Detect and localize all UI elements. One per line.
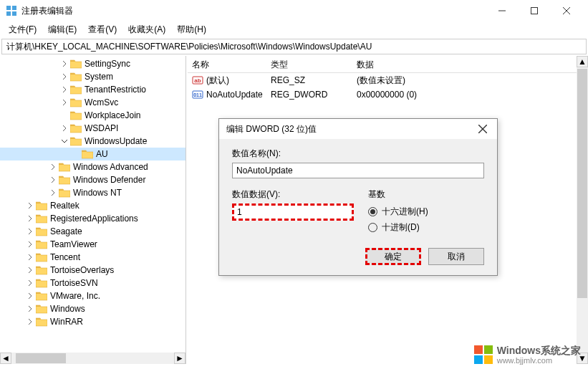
- menu-favorites[interactable]: 收藏夹(A): [122, 22, 171, 37]
- tree-item[interactable]: SettingSync: [0, 57, 185, 70]
- scroll-right-icon[interactable]: ►: [174, 353, 185, 364]
- tree-item[interactable]: WorkplaceJoin: [0, 109, 185, 122]
- tree-item[interactable]: Realtek: [0, 199, 185, 212]
- address-bar[interactable]: 计算机\HKEY_LOCAL_MACHINE\SOFTWARE\Policies…: [1, 39, 587, 54]
- chevron-icon[interactable]: [60, 111, 69, 120]
- folder-icon: [36, 201, 47, 211]
- chevron-icon[interactable]: [72, 150, 80, 158]
- name-input[interactable]: [232, 163, 484, 178]
- tree-label: TeamViewer: [50, 239, 97, 249]
- tree-item[interactable]: Tencent: [0, 251, 185, 264]
- menu-help[interactable]: 帮助(H): [171, 22, 212, 37]
- chevron-icon[interactable]: [60, 59, 69, 68]
- chevron-icon[interactable]: [60, 98, 69, 107]
- chevron-icon[interactable]: [26, 279, 34, 287]
- dialog-title: 编辑 DWORD (32 位)值: [226, 123, 476, 135]
- tree-label: WorkplaceJoin: [85, 110, 140, 120]
- tree-item[interactable]: WcmSvc: [0, 96, 185, 109]
- svg-rect-5: [531, 8, 537, 14]
- tree-item[interactable]: WindowsUpdate: [0, 135, 185, 148]
- tree-item[interactable]: System: [0, 70, 185, 83]
- cancel-button[interactable]: 取消: [428, 248, 484, 265]
- tree-item[interactable]: TortoiseOverlays: [0, 264, 185, 277]
- list-row[interactable]: 011NoAutoUpdateREG_DWORD0x00000000 (0): [188, 87, 587, 102]
- tree-item[interactable]: Windows Advanced: [0, 160, 185, 173]
- cell-data: 0x00000000 (0): [354, 90, 585, 100]
- radio-hex[interactable]: 十六进制(H): [368, 203, 484, 219]
- tree-item[interactable]: Windows: [0, 302, 185, 315]
- svg-rect-14: [474, 345, 483, 354]
- folder-icon: [36, 278, 47, 288]
- tree-item[interactable]: WSDAPI: [0, 122, 185, 135]
- chevron-icon[interactable]: [60, 85, 69, 94]
- radio-dec-label: 十进制(D): [382, 221, 420, 234]
- cell-type: REG_DWORD: [268, 90, 354, 100]
- reg-dword-icon: 011: [192, 89, 203, 100]
- folder-icon: [59, 162, 70, 172]
- tree-item[interactable]: TenantRestrictio: [0, 83, 185, 96]
- minimize-button[interactable]: [486, 0, 518, 21]
- cell-name: 011NoAutoUpdate: [189, 89, 268, 100]
- tree-label: Realtek: [50, 201, 79, 211]
- chevron-icon[interactable]: [26, 240, 34, 249]
- tree-item[interactable]: Seagate: [0, 225, 185, 238]
- chevron-icon[interactable]: [60, 124, 69, 133]
- chevron-icon[interactable]: [26, 292, 34, 300]
- tree-label: RegisteredApplications: [50, 214, 138, 224]
- vertical-scrollbar[interactable]: ▲ ▼: [577, 56, 588, 364]
- chevron-icon[interactable]: [26, 317, 34, 326]
- header-name[interactable]: 名称: [188, 57, 266, 72]
- scroll-left-icon[interactable]: ◄: [0, 353, 11, 364]
- dialog-close-button[interactable]: [476, 122, 490, 136]
- tree-label: WcmSvc: [85, 97, 118, 107]
- horizontal-scrollbar[interactable]: ◄ ►: [0, 353, 185, 364]
- tree-item[interactable]: VMware, Inc.: [0, 289, 185, 302]
- folder-icon: [36, 214, 47, 224]
- chevron-icon[interactable]: [49, 176, 57, 184]
- windows-logo-icon: [474, 345, 493, 364]
- menu-file[interactable]: 文件(F): [3, 22, 42, 37]
- tree-label: VMware, Inc.: [50, 291, 100, 301]
- header-data[interactable]: 数据: [352, 57, 587, 72]
- list-header: 名称 类型 数据: [188, 57, 587, 73]
- radio-hex-label: 十六进制(H): [382, 206, 428, 218]
- chevron-icon[interactable]: [26, 227, 34, 236]
- tree-item[interactable]: Windows Defender: [0, 173, 185, 186]
- list-row[interactable]: ab(默认)REG_SZ(数值未设置): [188, 73, 587, 87]
- menu-view[interactable]: 查看(V): [82, 22, 122, 37]
- chevron-icon[interactable]: [49, 188, 57, 197]
- chevron-icon[interactable]: [26, 214, 34, 223]
- scroll-up-icon[interactable]: ▲: [577, 56, 588, 67]
- tree-label: TenantRestrictio: [85, 85, 146, 95]
- folder-icon: [36, 239, 47, 249]
- radio-dec[interactable]: 十进制(D): [368, 219, 484, 235]
- header-type[interactable]: 类型: [266, 57, 352, 72]
- tree-item[interactable]: Windows NT: [0, 186, 185, 199]
- menu-edit[interactable]: 编辑(E): [42, 22, 82, 37]
- chevron-icon[interactable]: [60, 72, 69, 81]
- chevron-icon[interactable]: [26, 201, 34, 210]
- tree-item[interactable]: AU: [0, 148, 185, 160]
- dialog-titlebar[interactable]: 编辑 DWORD (32 位)值: [219, 119, 497, 139]
- tree-item[interactable]: RegisteredApplications: [0, 212, 185, 225]
- ok-button[interactable]: 确定: [365, 248, 421, 265]
- svg-rect-16: [474, 355, 483, 364]
- folder-icon: [70, 97, 82, 107]
- watermark: Windows系统之家 www.bjjmlv.com: [474, 345, 581, 365]
- tree-label: SettingSync: [85, 59, 130, 69]
- tree-item[interactable]: TeamViewer: [0, 238, 185, 251]
- name-label: 数值名称(N):: [232, 148, 484, 160]
- edit-dword-dialog: 编辑 DWORD (32 位)值 数值名称(N): 数值数据(V): 基数 十六…: [218, 118, 498, 276]
- tree-label: Tencent: [50, 252, 80, 262]
- chevron-icon[interactable]: [26, 305, 34, 313]
- data-input[interactable]: [232, 203, 354, 221]
- folder-icon: [36, 265, 47, 275]
- close-button[interactable]: [550, 0, 582, 21]
- chevron-icon[interactable]: [49, 163, 57, 171]
- chevron-icon[interactable]: [26, 266, 34, 274]
- tree-item[interactable]: WinRAR: [0, 315, 185, 328]
- chevron-icon[interactable]: [60, 137, 69, 145]
- chevron-icon[interactable]: [26, 253, 34, 262]
- maximize-button[interactable]: [518, 0, 550, 21]
- tree-item[interactable]: TortoiseSVN: [0, 277, 185, 289]
